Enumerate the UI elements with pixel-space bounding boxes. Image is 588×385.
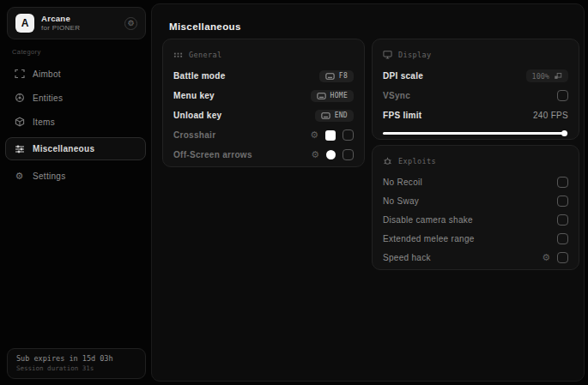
items-cube-icon [14,117,25,128]
sidebar-item-aimbot[interactable]: Aimbot [5,62,146,86]
entities-radar-icon [14,93,25,104]
app-subtitle: for PIONER [41,24,118,33]
session-duration-text: Session duration 31s [16,364,136,372]
setting-label: No Recoil [383,177,422,187]
app-logo-letter: A [21,17,29,29]
setting-row: Menu key HOME [173,86,354,105]
offscreen-arrows-color-swatch[interactable] [326,150,336,159]
page-title: Miscellaneous [169,21,241,32]
speed-hack-checkbox[interactable] [557,252,568,263]
extended-melee-range-checkbox[interactable] [557,233,568,244]
no-sway-checkbox[interactable] [557,196,568,207]
unload-key-keybind[interactable]: END [315,110,354,122]
card-header-label: Display [398,51,432,59]
sidebar-item-entities[interactable]: Entities [5,86,146,110]
vsync-checkbox[interactable] [557,90,568,101]
setting-row: Extended melee range [383,229,568,248]
app-header-card: A Arcane for PIONER ⚙ [7,7,146,39]
setting-row: DPI scale 100% [383,66,568,86]
keyboard-icon [325,73,335,80]
exploits-card: Exploits No Recoil No Sway Disable camer… [372,145,579,270]
card-header-label: General [189,51,222,59]
fps-limit-value: 240 FPS [533,111,568,120]
sub-expiry-text: Sub expires in 15d 03h [16,354,136,363]
setting-row: Unload key END [173,105,354,125]
setting-row: Battle mode F8 [173,66,354,86]
setting-label: Unload key [173,111,221,120]
scale-icon [554,72,562,81]
sidebar-item-label: Items [33,117,55,127]
setting-label: Crosshair [173,130,215,140]
setting-label: FPS limit [383,111,421,120]
app-window: A Arcane for PIONER ⚙ Category Aimbot [0,0,588,385]
crosshair-options-gear-icon[interactable]: ⚙ [310,130,318,140]
menu-key-keybind[interactable]: HOME [311,90,354,102]
app-name: Arcane [41,14,118,24]
bug-icon [383,156,392,167]
dpi-scale-select[interactable]: 100% [526,69,568,82]
setting-label: Extended melee range [383,234,475,244]
sidebar-item-label: Entities [33,93,63,103]
setting-row: No Recoil [383,172,568,191]
app-logo: A [15,14,34,33]
battle-mode-keybind[interactable]: F8 [319,70,354,82]
settings-gear-icon[interactable]: ⚙ [124,17,137,30]
slider-fill [383,132,565,135]
setting-label: DPI scale [383,71,423,81]
crosshair-color-swatch[interactable] [325,130,336,141]
sidebar-nav: Aimbot Entities Items [5,62,146,188]
fps-limit-slider[interactable] [383,130,568,136]
setting-label: Battle mode [173,71,226,81]
setting-row: VSync [383,86,568,105]
setting-row: Speed hack ⚙ [383,248,568,267]
sidebar-item-label: Aimbot [33,69,61,79]
setting-label: VSync [383,91,410,100]
sidebar-item-label: Miscellaneous [33,144,94,153]
subscription-info-card: Sub expires in 15d 03h Session duration … [7,348,146,379]
miscellaneous-sliders-icon [14,143,25,154]
setting-label: Speed hack [383,253,431,262]
card-header-label: Exploits [398,157,436,165]
sidebar-item-items[interactable]: Items [5,110,146,134]
aimbot-scan-icon [14,69,25,80]
crosshair-checkbox[interactable] [342,129,354,141]
setting-row: No Sway [383,191,568,210]
keyboard-icon [317,93,326,99]
main-panel: Miscellaneous General Battle mode [151,3,585,382]
category-label: Category [12,48,41,56]
general-card: General Battle mode F8 Menu key HOME [162,39,365,167]
setting-label: Off-Screen arrows [173,150,252,159]
setting-row: Off-Screen arrows ⚙ [173,145,354,165]
setting-label: Disable camera shake [383,215,473,225]
keyboard-icon [321,112,330,119]
display-card: Display DPI scale 100% VSync FPS limit 2 [372,39,579,140]
sidebar-item-miscellaneous[interactable]: Miscellaneous [5,137,146,160]
setting-row: Disable camera shake [383,210,568,229]
setting-label: No Sway [383,196,419,206]
disable-camera-shake-checkbox[interactable] [557,214,568,226]
offscreen-arrows-options-gear-icon[interactable]: ⚙ [311,150,319,159]
sidebar-item-label: Settings [33,171,66,181]
offscreen-arrows-checkbox[interactable] [342,149,354,160]
slider-knob[interactable] [561,130,567,136]
setting-label: Menu key [173,91,215,100]
setting-row: Crosshair ⚙ [173,125,354,145]
sidebar: A Arcane for PIONER ⚙ Category Aimbot [0,0,151,385]
speed-hack-options-gear-icon[interactable]: ⚙ [542,253,550,262]
monitor-icon [383,50,392,61]
grid-dots-icon [173,50,183,61]
settings-gear-icon: ⚙ [14,171,25,182]
sidebar-item-settings[interactable]: ⚙ Settings [5,164,146,188]
no-recoil-checkbox[interactable] [557,177,568,188]
setting-row: FPS limit 240 FPS [383,105,568,125]
